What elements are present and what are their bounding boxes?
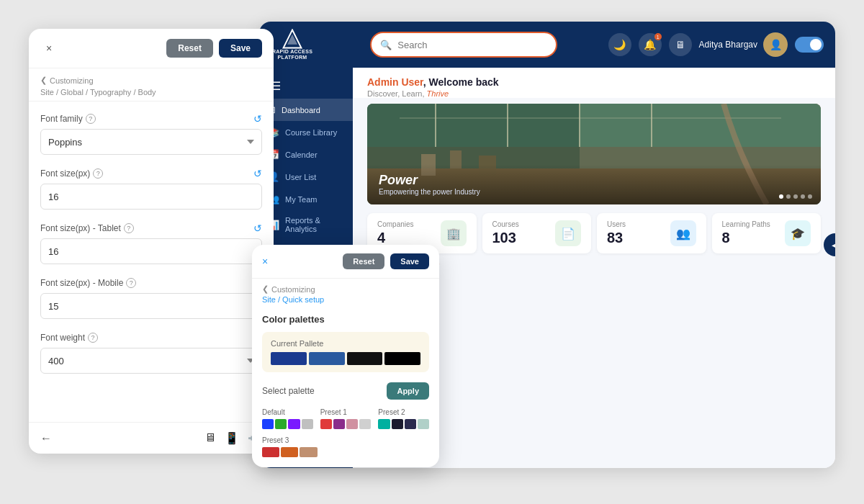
swatch-1 bbox=[271, 352, 307, 365]
search-icon: 🔍 bbox=[380, 40, 392, 50]
tablet-view-icon[interactable]: 📱 bbox=[225, 431, 239, 445]
welcome-title: Admin User, Welcome back bbox=[367, 76, 821, 88]
dot-5[interactable] bbox=[808, 194, 812, 199]
palette-preset2[interactable]: Preset 2 bbox=[378, 408, 429, 429]
font-size-tablet-refresh-icon[interactable]: ↺ bbox=[253, 222, 262, 234]
users-icon: 👥 bbox=[670, 220, 696, 246]
desktop-view-icon[interactable]: 🖥 bbox=[204, 431, 216, 445]
preset2-swatch-4 bbox=[418, 419, 429, 429]
font-weight-help-icon[interactable]: ? bbox=[88, 333, 98, 343]
preset3-swatch-2 bbox=[281, 447, 298, 457]
theme-toggle[interactable] bbox=[795, 37, 824, 53]
dot-1[interactable] bbox=[779, 194, 783, 199]
modal-breadcrumb-back[interactable]: ❮ Customizing bbox=[262, 284, 429, 294]
dot-4[interactable] bbox=[801, 194, 805, 199]
nav-icons: 🌙 🔔 1 🖥 Aditya Bhargav 👤 bbox=[608, 32, 824, 57]
swatch-3 bbox=[347, 352, 383, 365]
scene: RAPID ACCESS PLATFORM 🔍 🌙 🔔 1 🖥 Aditya B… bbox=[14, 14, 850, 490]
current-palette-swatches bbox=[271, 352, 420, 365]
preset1-swatch-3 bbox=[346, 419, 358, 429]
modal-chevron-left-icon: ❮ bbox=[262, 284, 269, 294]
modal-breadcrumb: ❮ Customizing Site / Quick setup bbox=[252, 279, 439, 307]
current-palette-label: Current Pallete bbox=[271, 339, 420, 348]
svg-rect-3 bbox=[580, 104, 821, 168]
chevron-left-icon: ❮ bbox=[40, 76, 47, 85]
preset1-swatch-1 bbox=[320, 419, 332, 429]
palette-presets-grid: Default Preset 1 bbox=[262, 408, 429, 457]
palette-preset1[interactable]: Preset 1 bbox=[320, 408, 372, 429]
hero-banner: Power Empowering the power Industry bbox=[367, 104, 821, 204]
font-weight-select[interactable]: 100 200 300 400 500 600 700 bbox=[40, 348, 262, 374]
swatch-4 bbox=[384, 352, 420, 365]
font-family-refresh-icon[interactable]: ↺ bbox=[253, 113, 262, 125]
modal-save-button[interactable]: Save bbox=[390, 253, 429, 269]
breadcrumb-path: Site / Global / Typography / Body bbox=[40, 88, 262, 96]
preset3-swatch-3 bbox=[300, 447, 317, 457]
font-size-group: Font size(px) ? ↺ bbox=[40, 168, 262, 210]
font-size-refresh-icon[interactable]: ↺ bbox=[253, 168, 262, 179]
panel-save-button[interactable]: Save bbox=[219, 39, 262, 58]
hero-overlay: Power Empowering the power Industry bbox=[367, 164, 821, 204]
companies-icon: 🏢 bbox=[441, 220, 467, 246]
moon-icon-btn[interactable]: 🌙 bbox=[608, 33, 631, 56]
font-family-group: Font family ? ↺ Poppins Arial Roboto Ope… bbox=[40, 113, 262, 155]
modal-header: × Reset Save bbox=[252, 245, 439, 279]
color-section-title: Color palettes bbox=[262, 314, 429, 325]
font-size-help-icon[interactable]: ? bbox=[93, 168, 103, 179]
notification-icon-btn[interactable]: 🔔 1 bbox=[639, 33, 662, 56]
search-bar[interactable]: 🔍 bbox=[328, 32, 600, 58]
font-size-input[interactable] bbox=[40, 184, 262, 210]
apply-button[interactable]: Apply bbox=[387, 382, 429, 400]
typography-panel: × Reset Save ❮ Customizing Site / Global… bbox=[29, 29, 274, 454]
panel-body: Font family ? ↺ Poppins Arial Roboto Ope… bbox=[29, 102, 274, 422]
modal-body: Color palettes Current Pallete Select pa… bbox=[252, 307, 439, 467]
default-swatch-1 bbox=[262, 419, 274, 429]
footer-back-button[interactable]: ← bbox=[40, 432, 52, 445]
courses-icon: 📄 bbox=[555, 220, 581, 246]
dot-3[interactable] bbox=[793, 194, 798, 199]
font-size-tablet-group: Font size(px) - Tablet ? ↺ bbox=[40, 222, 262, 264]
panel-close-button[interactable]: × bbox=[40, 40, 58, 57]
preset2-swatch-2 bbox=[392, 419, 403, 429]
panel-header: × Reset Save bbox=[29, 29, 274, 68]
preset1-swatch-2 bbox=[333, 419, 345, 429]
default-swatch-4 bbox=[302, 419, 313, 429]
font-size-tablet-help-icon[interactable]: ? bbox=[124, 223, 134, 233]
font-size-mobile-help-icon[interactable]: ? bbox=[126, 278, 136, 288]
color-palette-modal: × Reset Save ❮ Customizing Site / Quick … bbox=[252, 245, 439, 467]
dashboard-nav: RAPID ACCESS PLATFORM 🔍 🌙 🔔 1 🖥 Aditya B… bbox=[259, 22, 835, 68]
panel-footer: ← 🖥 📱 📲 bbox=[29, 422, 274, 454]
hero-dots bbox=[779, 194, 812, 199]
search-input[interactable] bbox=[397, 40, 547, 50]
palette-preset3[interactable]: Preset 3 bbox=[262, 436, 429, 457]
logo: RAPID ACCESS PLATFORM bbox=[271, 29, 314, 61]
panel-reset-button[interactable]: Reset bbox=[166, 39, 213, 58]
current-palette-card: Current Pallete bbox=[262, 332, 429, 372]
select-palette-label: Select palette bbox=[262, 386, 315, 396]
font-size-mobile-group: Font size(px) - Mobile ? ↺ bbox=[40, 277, 262, 319]
dot-2[interactable] bbox=[786, 194, 791, 199]
tagline: Discover, Learn, Thrive bbox=[367, 89, 821, 98]
breadcrumb-back-btn[interactable]: ❮ Customizing bbox=[40, 76, 262, 85]
learning-paths-icon: 🎓 bbox=[785, 220, 811, 246]
font-family-help-icon[interactable]: ? bbox=[86, 114, 96, 124]
font-size-mobile-input[interactable] bbox=[40, 293, 262, 319]
palette-default[interactable]: Default bbox=[262, 408, 313, 429]
modal-close-button[interactable]: × bbox=[262, 256, 268, 267]
monitor-icon-btn[interactable]: 🖥 bbox=[669, 33, 692, 56]
modal-reset-button[interactable]: Reset bbox=[343, 253, 384, 269]
hero-subtitle: Empowering the power Industry bbox=[379, 188, 809, 196]
stat-users: Users 83 👥 bbox=[597, 213, 706, 253]
preset2-swatch-3 bbox=[405, 419, 416, 429]
stat-courses: Courses 103 📄 bbox=[482, 213, 592, 253]
nav-user[interactable]: Aditya Bhargav 👤 bbox=[699, 32, 788, 57]
font-family-select[interactable]: Poppins Arial Roboto Open Sans bbox=[40, 129, 262, 155]
stat-learning-paths: Learning Paths 8 🎓 bbox=[712, 213, 822, 253]
preset1-swatch-4 bbox=[359, 419, 371, 429]
avatar: 👤 bbox=[763, 32, 788, 57]
default-swatch-2 bbox=[275, 419, 287, 429]
select-palette-row: Select palette Apply bbox=[262, 382, 429, 400]
font-size-tablet-input[interactable] bbox=[40, 238, 262, 264]
font-weight-group: Font weight ? ↺ 100 200 300 400 500 600 … bbox=[40, 332, 262, 374]
swatch-2 bbox=[309, 352, 345, 365]
